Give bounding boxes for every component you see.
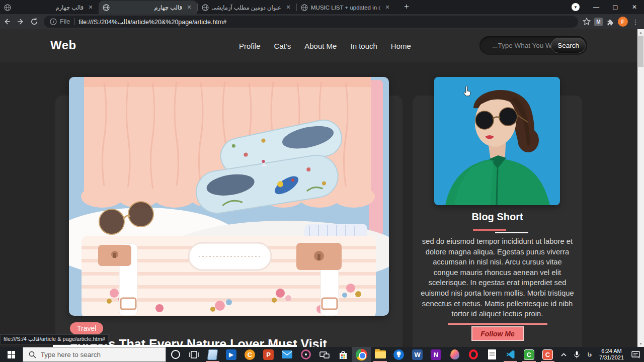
site-search: Search [479,36,587,55]
address-bar[interactable]: File file:///S:/204%قالب/article%20&%20p… [44,16,578,28]
portrait-image[interactable] [434,77,560,205]
extensions-puzzle-icon[interactable] [606,17,615,26]
site-logo[interactable]: Web [50,38,76,52]
tab-title: عنوان دومین مطلب آزمایشی من :: ب [212,4,281,11]
minimize-button[interactable]: — [587,0,606,14]
sidebar-title: Blog Short [413,211,582,223]
taskbar-powerpoint-icon[interactable]: P [259,347,278,362]
title-underline-red [473,229,506,231]
tab-close-icon[interactable]: ✕ [185,4,193,12]
profile-avatar[interactable]: F [618,17,628,27]
globe-icon [202,4,209,11]
globe-icon [4,4,11,11]
taskbar-file-explorer-icon[interactable] [371,347,389,362]
taskbar-color-drop-app-icon[interactable] [445,347,464,362]
browser-tab-4[interactable]: MUSIC LIST + updated in ordibe ✕ [297,1,395,14]
taskbar-camtasia-green-icon[interactable]: C [520,347,538,362]
tab-title: قالب چهارم [113,4,182,11]
scroll-up-icon[interactable]: ▲ [637,29,644,36]
globe-icon [103,4,110,11]
nav-about-me[interactable]: About Me [304,42,337,50]
taskbar-groove-music-icon[interactable] [296,347,315,362]
tab-title: قالب چهارم [14,4,84,11]
globe-icon [301,4,308,11]
clock-time: 6:24 AM [599,348,624,354]
system-tray: فا 6:24 AM 7/31/2021 [557,347,644,362]
tray-chevron-icon[interactable] [557,347,570,362]
taskbar-onenote-icon[interactable]: N [427,347,445,362]
browser-toolbar: File file:///S:/204%قالب/article%20&%20p… [0,14,644,29]
page-viewport: Web Profile Cat's About Me In touch Home… [0,29,644,347]
mouse-cursor-hand [463,85,472,97]
forward-icon[interactable] [14,15,27,28]
taskbar-connect-icon[interactable] [315,347,334,362]
url-text: file:///S:/204%قالب/article%20&%20page/a… [78,18,226,26]
maximize-button[interactable]: ▢ [606,0,625,14]
taskbar-clock[interactable]: 6:24 AM 7/31/2021 [599,348,624,361]
taskbar-orange-c-app-icon[interactable]: C [240,347,259,362]
taskbar-mail-icon[interactable] [278,347,296,362]
nav-home[interactable]: Home [391,42,411,50]
bookmark-star-icon[interactable] [582,17,591,26]
category-badge[interactable]: Travel [70,322,103,334]
title-underline-white [495,232,528,233]
sidebar-divider [448,323,547,325]
info-icon[interactable] [50,18,57,25]
back-icon[interactable] [0,15,14,28]
m-extension-icon[interactable]: M [594,18,603,26]
search-button[interactable]: Search [551,38,586,53]
notification-center-icon[interactable] [627,347,644,362]
tab-title: MUSIC LIST + updated in ordibe [311,5,380,11]
nav-profile[interactable]: Profile [239,42,261,50]
taskbar-cortana-icon[interactable] [166,347,185,362]
taskbar-movies-tv-icon[interactable]: ▶ [222,347,240,362]
taskbar-search-input[interactable] [41,351,151,358]
taskbar-notepad-icon[interactable] [482,347,501,362]
taskbar-store-icon[interactable] [334,347,352,362]
close-button[interactable]: ✕ [625,0,644,14]
tray-microphone-icon[interactable] [570,347,583,362]
taskbar-notepad2-icon[interactable] [203,347,222,362]
taskbar-search[interactable] [23,347,166,362]
reload-icon[interactable] [27,15,41,28]
tab-close-icon[interactable]: ✕ [87,4,95,12]
divider [74,18,74,25]
browser-tab-3[interactable]: عنوان دومین مطلب آزمایشی من :: ب ✕ [198,1,296,14]
new-tab-button[interactable]: + [401,2,412,12]
language-indicator[interactable]: فا [583,347,596,362]
start-button[interactable] [0,347,23,362]
page-scrollbar[interactable]: ▲ ▼ [637,29,644,347]
hero-image [69,77,389,316]
main-nav: Profile Cat's About Me In touch Home [239,42,411,50]
taskbar-word-icon[interactable]: W [408,347,427,362]
tab-close-icon[interactable]: ✕ [284,4,292,12]
windows-logo-icon [8,351,15,358]
status-link-preview: file:///S:/4 قالب/article & page/article… [0,334,109,344]
scroll-down-icon[interactable]: ▼ [637,340,644,347]
nav-in-touch[interactable]: In touch [350,42,377,50]
search-input[interactable] [487,36,561,55]
taskbar-camtasia-red-icon[interactable]: C [538,347,557,362]
browser-tab-2-active[interactable]: قالب چهارم ✕ [99,1,197,14]
window-controls: ▼ — ▢ ✕ [572,0,644,14]
windows-taskbar: ▶ C P W N C C فا 6:24 AM 7/31/2021 [0,347,644,362]
scheme-chip: File [60,18,70,25]
clock-date: 7/31/2021 [599,354,624,361]
follow-me-button[interactable]: Follow Me [471,326,524,341]
media-controls-icon[interactable]: ▼ [572,3,580,11]
site-header: Web Profile Cat's About Me In touch Home… [0,29,637,62]
sidebar-excerpt: sed do eiusmod tempor incididunt ut labo… [421,236,574,319]
scrollbar-thumb[interactable] [638,36,643,67]
taskbar-lightbulb-app-icon[interactable] [389,347,408,362]
menu-kebab-icon[interactable]: ⋮ [631,18,640,26]
taskbar-opera-icon[interactable] [464,347,482,362]
toolbar-actions: M F ⋮ [582,17,644,27]
tab-close-icon[interactable]: ✕ [383,4,391,12]
browser-tab-1[interactable]: قالب چهارم ✕ [0,1,99,14]
browser-tabstrip: قالب چهارم ✕ قالب چهارم ✕ عنوان دومین مط… [0,0,644,14]
taskbar-task-view-icon[interactable] [185,347,203,362]
search-icon [29,351,36,358]
taskbar-chrome-icon[interactable] [352,347,371,362]
taskbar-vscode-icon[interactable] [501,347,520,362]
nav-cats[interactable]: Cat's [274,42,291,50]
